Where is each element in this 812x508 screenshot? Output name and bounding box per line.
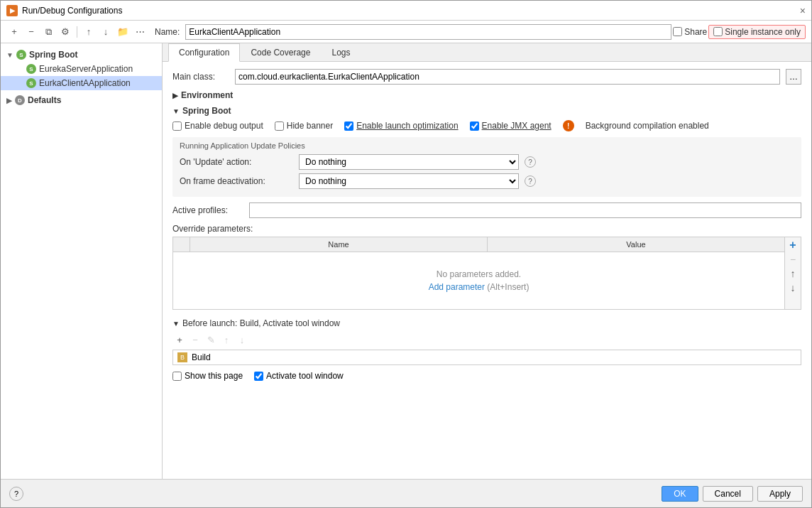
active-profiles-input[interactable] <box>249 202 801 218</box>
spring-boot-icon: S <box>16 50 26 60</box>
copy-config-button[interactable]: ⧉ <box>40 24 56 40</box>
params-move-up-button[interactable]: ↑ <box>786 267 799 280</box>
share-checkbox[interactable] <box>673 27 682 36</box>
tabs-bar: Configuration Code Coverage Logs <box>163 43 811 62</box>
tab-configuration-label: Configuration <box>179 48 229 58</box>
tab-code-coverage-label: Code Coverage <box>251 48 310 58</box>
build-item-label: Build <box>192 352 211 362</box>
update-action-help-icon[interactable]: ? <box>525 156 536 168</box>
config-panel: Main class: … ▶ Environment ▼ Spring Boo… <box>163 62 811 479</box>
update-policies-title: Running Application Update Policies <box>180 141 794 150</box>
activate-window-checkbox[interactable] <box>254 372 263 381</box>
remove-config-button[interactable]: − <box>23 24 39 40</box>
browse-button[interactable]: … <box>786 69 801 85</box>
help-icon[interactable]: ? <box>9 487 23 501</box>
window-title: Run/Debug Configurations <box>22 6 122 16</box>
bottom-checks: Show this page Activate tool window <box>172 371 801 381</box>
add-config-button[interactable]: + <box>6 24 22 40</box>
add-param-link[interactable]: Add parameter (Alt+Insert) <box>429 282 530 292</box>
update-action-row: On 'Update' action: Do nothing ? <box>180 154 794 170</box>
frame-deactivation-help-icon[interactable]: ? <box>525 175 536 187</box>
params-add-button[interactable]: + <box>786 239 799 252</box>
share-checkbox-label[interactable]: Share <box>673 27 707 37</box>
sidebar: ▼ S Spring Boot S EurekaServerApplicatio… <box>1 43 163 479</box>
bl-up-button[interactable]: ↑ <box>219 333 234 347</box>
eureka-client-label: EurkaClientAApplication <box>39 78 131 88</box>
environment-section-header[interactable]: ▶ Environment <box>172 90 801 100</box>
more-button[interactable]: ⋯ <box>132 24 148 40</box>
defaults-label: Defaults <box>28 95 61 105</box>
tab-code-coverage[interactable]: Code Coverage <box>240 43 321 61</box>
show-page-checkbox-label[interactable]: Show this page <box>172 371 243 381</box>
active-profiles-row: Active profiles: <box>172 202 801 218</box>
update-action-select[interactable]: Do nothing <box>299 154 519 170</box>
share-label: Share <box>684 27 707 37</box>
frame-deactivation-select[interactable]: Do nothing <box>299 173 519 189</box>
override-params-label: Override parameters: <box>172 224 801 234</box>
build-item[interactable]: B Build <box>172 350 801 365</box>
spring-boot-section-header[interactable]: ▼ Spring Boot <box>172 106 801 116</box>
single-instance-checkbox[interactable] <box>713 27 723 36</box>
tab-logs[interactable]: Logs <box>321 43 361 61</box>
main-class-input[interactable] <box>235 69 780 85</box>
title-bar-left: ▶ Run/Debug Configurations <box>6 5 122 16</box>
toolbar-separator <box>77 26 77 38</box>
enable-launch-text: Enable launch optimization <box>356 121 458 131</box>
settings-button[interactable]: ⚙ <box>57 24 73 40</box>
bl-edit-button[interactable]: ✎ <box>204 333 218 347</box>
enable-launch-checkbox[interactable] <box>344 121 353 131</box>
name-field-row: Name: <box>155 24 671 40</box>
ok-button[interactable]: OK <box>662 486 698 502</box>
close-button[interactable]: × <box>800 5 806 16</box>
enable-launch-label[interactable]: Enable launch optimization <box>344 121 458 131</box>
move-down-button[interactable]: ↓ <box>98 24 114 40</box>
eureka-client-icon: S <box>26 78 36 88</box>
active-profiles-label: Active profiles: <box>172 205 243 215</box>
eureka-server-icon: S <box>26 64 36 74</box>
environment-arrow-icon: ▶ <box>172 92 178 99</box>
folder-button[interactable]: 📁 <box>115 24 131 40</box>
toolbar: + − ⧉ ⚙ ↑ ↓ 📁 ⋯ Name: Share Single insta… <box>1 21 811 43</box>
defaults-group-header[interactable]: ▶ D Defaults <box>1 93 162 107</box>
enable-jmx-checkbox[interactable] <box>470 121 479 131</box>
add-param-text[interactable]: Add parameter <box>429 282 485 292</box>
sidebar-item-eureka-client[interactable]: S EurkaClientAApplication <box>1 76 162 90</box>
show-page-checkbox[interactable] <box>172 372 182 381</box>
apply-button[interactable]: Apply <box>757 486 803 502</box>
single-instance-checkbox-label[interactable]: Single instance only <box>708 25 806 39</box>
params-col-num <box>173 237 190 252</box>
enable-debug-text: Enable debug output <box>185 121 263 131</box>
eureka-server-label: EurekaServerApplication <box>39 64 133 74</box>
defaults-icon: D <box>15 95 25 105</box>
tab-configuration[interactable]: Configuration <box>168 43 240 62</box>
enable-debug-checkbox[interactable] <box>172 121 182 131</box>
spring-boot-group-header[interactable]: ▼ S Spring Boot <box>1 48 162 62</box>
before-launch-arrow-icon: ▼ <box>172 320 180 328</box>
spring-boot-section-label: Spring Boot <box>182 106 231 116</box>
before-launch-label: Before launch: Build, Activate tool wind… <box>182 318 340 328</box>
cancel-button[interactable]: Cancel <box>703 486 753 502</box>
enable-debug-label[interactable]: Enable debug output <box>172 121 263 131</box>
config-name-input[interactable] <box>185 24 671 40</box>
activate-window-checkbox-label[interactable]: Activate tool window <box>254 371 344 381</box>
app-icon: ▶ <box>6 5 18 16</box>
params-remove-button[interactable]: − <box>786 253 799 266</box>
content-area: Configuration Code Coverage Logs Main cl… <box>163 43 811 479</box>
hide-banner-label[interactable]: Hide banner <box>275 121 333 131</box>
before-launch-header[interactable]: ▼ Before launch: Build, Activate tool wi… <box>172 318 801 328</box>
bl-add-button[interactable]: + <box>172 333 187 347</box>
sidebar-item-eureka-server[interactable]: S EurekaServerApplication <box>1 62 162 76</box>
move-up-button[interactable]: ↑ <box>81 24 97 40</box>
hide-banner-checkbox[interactable] <box>275 121 284 131</box>
main-class-label: Main class: <box>172 72 229 82</box>
main-area: ▼ S Spring Boot S EurekaServerApplicatio… <box>1 43 811 479</box>
bl-down-button[interactable]: ↓ <box>235 333 249 347</box>
params-move-down-button[interactable]: ↓ <box>786 281 799 294</box>
enable-jmx-label[interactable]: Enable JMX agent <box>470 121 552 131</box>
show-page-label: Show this page <box>185 371 243 381</box>
hide-banner-text: Hide banner <box>287 121 333 131</box>
environment-label: Environment <box>181 90 233 100</box>
params-container: Name Value No parameters added. Add para… <box>172 237 801 310</box>
bl-remove-button[interactable]: − <box>188 333 202 347</box>
params-header: Name Value <box>173 237 784 252</box>
